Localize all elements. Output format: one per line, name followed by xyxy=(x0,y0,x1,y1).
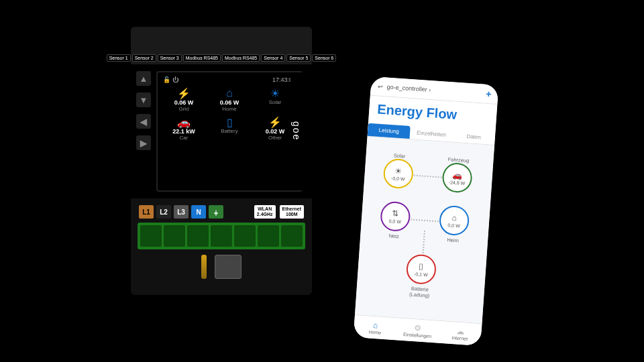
device-face: ▲ ▼ ◀ ▶ 🔓 ⏻ 17:43:00 ⚡ 0.06 W Grid ⌂ 0.0… xyxy=(131,64,312,198)
car-icon: 🚗 xyxy=(452,170,463,180)
brand-mark: goe xyxy=(290,72,303,190)
din-rail-controller: Sensor 1 Sensor 2 Sensor 3 Modbus RS485 … xyxy=(131,27,312,295)
terminal-slot xyxy=(187,225,209,247)
sun-icon: ☀ xyxy=(394,166,402,176)
node-vehicle-value: -24,8 W xyxy=(449,180,466,186)
terminal-slot xyxy=(211,225,232,247)
phase-pe: ⏚ xyxy=(209,205,223,219)
battery-icon: ▯ xyxy=(209,116,250,128)
node-battery-label: Batterie (Ladung) xyxy=(402,285,437,300)
phone-mockup: ↩ go-e_controller › + Energy Flow Leistu… xyxy=(346,69,506,353)
other-icon: ⚡ xyxy=(254,116,296,128)
port-label: Sensor 6 xyxy=(312,54,336,62)
node-grid-label: Netz xyxy=(376,232,412,241)
other-label: Other xyxy=(254,135,296,141)
node-battery[interactable]: ▯ -0,1 W Batterie (Ladung) xyxy=(402,253,439,299)
bottom-connectors xyxy=(131,249,312,279)
port-label: Sensor 3 xyxy=(158,54,182,62)
node-home[interactable]: ⌂ 0,0 W Heim xyxy=(435,204,473,244)
wlan-label: WLAN 2.4GHz xyxy=(254,205,276,218)
terminal-slot xyxy=(258,225,279,247)
wlan-line2: 2.4GHz xyxy=(257,212,273,217)
node-vehicle[interactable]: Fahrzeug 🚗 -24,8 W xyxy=(439,154,476,193)
grid-icon: ⇅ xyxy=(392,209,399,219)
nav-button-column: ▲ ▼ ◀ ▶ xyxy=(136,71,151,192)
phase-n: N xyxy=(191,205,206,219)
node-home-label: Heim xyxy=(435,236,471,245)
solar-label: Solar xyxy=(254,99,296,105)
terminal-slot xyxy=(281,225,303,247)
node-solar-label: Solar xyxy=(382,152,417,160)
nav-internet[interactable]: ☁ Internet xyxy=(438,325,482,342)
tile-car: 🚗 22.1 kW Car xyxy=(163,116,205,141)
nav-down-button[interactable]: ▼ xyxy=(136,93,151,107)
ethernet-port xyxy=(215,255,241,279)
terminal-block xyxy=(138,223,305,249)
grid-icon: ⚡ xyxy=(163,87,205,99)
port-label: Modbus RS485 xyxy=(222,54,260,62)
car-icon: 🚗 xyxy=(163,116,205,128)
nav-left-button[interactable]: ◀ xyxy=(136,114,151,129)
terminal-slot xyxy=(234,225,256,247)
grid-value: 0.06 W xyxy=(163,99,205,106)
phase-l3: L3 xyxy=(174,205,189,219)
battery-label: Battery xyxy=(209,128,250,134)
tile-solar: ☀ Solar xyxy=(254,87,296,112)
nav-right-button[interactable]: ▶ xyxy=(136,135,151,150)
phase-label-row: L1 L2 L3 N ⏚ WLAN 2.4GHz Ethernet 100M xyxy=(131,198,312,223)
eth-line2: 100M xyxy=(282,212,301,217)
port-label: Sensor 1 xyxy=(107,54,131,62)
terminal-slot xyxy=(140,225,162,247)
tile-home: ⌂ 0.06 W Home xyxy=(209,87,250,112)
port-label-row: Sensor 1 Sensor 2 Sensor 3 Modbus RS485 … xyxy=(131,27,312,64)
node-grid-value: 0,0 W xyxy=(388,219,401,224)
node-home-value: 0,0 W xyxy=(447,223,460,228)
terminal-slot xyxy=(164,225,185,247)
port-label: Sensor 2 xyxy=(132,54,156,62)
node-battery-value: -0,1 W xyxy=(414,272,428,277)
antenna-connector xyxy=(201,255,207,279)
tile-battery: ▯ Battery xyxy=(209,116,250,141)
tile-grid: ⚡ 0.06 W Grid xyxy=(163,87,205,112)
other-value: 0.02 W xyxy=(254,128,296,135)
back-icon[interactable]: ↩ xyxy=(377,83,383,90)
node-solar[interactable]: Solar ☀ -0,0 W xyxy=(380,149,417,189)
nav-settings[interactable]: ⚙ Einstellungen xyxy=(396,322,439,339)
phase-l2: L2 xyxy=(156,205,171,219)
car-value: 22.1 kW xyxy=(163,128,205,135)
nav-up-button[interactable]: ▲ xyxy=(136,71,151,86)
solar-icon: ☀ xyxy=(254,87,296,99)
phase-l1: L1 xyxy=(139,205,154,219)
app-screen: ↩ go-e_controller › + Energy Flow Leistu… xyxy=(354,76,499,346)
energy-flow-diagram: Solar ☀ -0,0 W Fahrzeug 🚗 -24,8 W ⇅ 0,0 … xyxy=(355,137,494,324)
node-grid[interactable]: ⇅ 0,0 W Netz xyxy=(376,200,414,240)
energy-tile-grid: ⚡ 0.06 W Grid ⌂ 0.06 W Home ☀ Solar 🚗 22… xyxy=(163,87,296,141)
nav-home[interactable]: ⌂ Home xyxy=(354,319,397,336)
breadcrumb[interactable]: go-e_controller › xyxy=(386,84,431,94)
wlan-line1: WLAN xyxy=(257,206,273,212)
tile-other: ⚡ 0.02 W Other xyxy=(254,116,296,141)
add-button[interactable]: + xyxy=(486,88,492,100)
grid-label: Grid xyxy=(163,106,205,112)
battery-icon: ▯ xyxy=(419,262,424,272)
home-icon: ⌂ xyxy=(209,87,250,99)
home-icon: ⌂ xyxy=(451,213,457,223)
eth-line1: Ethernet xyxy=(282,206,301,212)
port-label: Modbus RS485 xyxy=(183,54,221,62)
port-label: Sensor 4 xyxy=(261,54,285,62)
car-label: Car xyxy=(163,135,205,141)
port-label: Sensor 5 xyxy=(286,54,311,62)
ethernet-label: Ethernet 100M xyxy=(280,205,304,218)
device-screen: 🔓 ⏻ 17:43:00 ⚡ 0.06 W Grid ⌂ 0.06 W Home… xyxy=(156,71,303,192)
home-value: 0.06 W xyxy=(209,99,250,106)
node-solar-value: -0,0 W xyxy=(391,176,405,181)
home-label: Home xyxy=(209,106,250,112)
node-vehicle-label: Fahrzeug xyxy=(441,156,476,164)
status-icons: 🔓 ⏻ xyxy=(163,76,178,83)
